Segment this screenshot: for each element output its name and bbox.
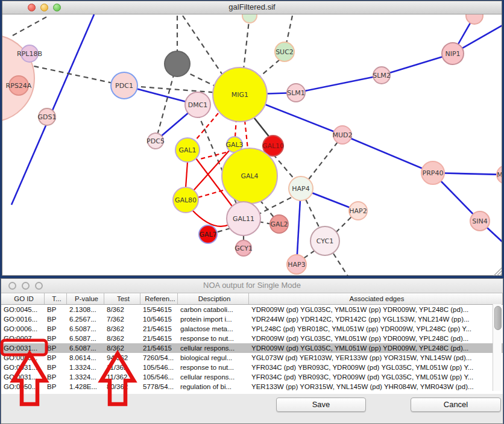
table-cell-test: 11/362 — [104, 363, 140, 372]
graph-window-titlebar[interactable]: galFiltered.sif — [2, 1, 502, 14]
column-header-edges[interactable]: Associated edges — [249, 293, 503, 304]
graph-edge[interactable] — [286, 16, 292, 43]
table-cell-type: BP — [45, 382, 67, 391]
graph-node-label-HAP3: HAP3 — [288, 261, 305, 269]
table-cell-reference: 21/54615 — [140, 343, 178, 353]
table-cell-type: BP — [45, 324, 67, 334]
table-cell-p_value: 6.5087... — [67, 334, 104, 343]
column-header-go_id[interactable]: GO ID — [1, 293, 45, 304]
graph-edge[interactable] — [333, 254, 348, 276]
graph-node-label-SIN4: SIN4 — [472, 217, 487, 225]
table-cell-type: BP — [45, 343, 67, 353]
table-cell-test: 8/362 — [104, 334, 140, 343]
column-header-p_value[interactable]: P-value — [67, 293, 104, 304]
table-row[interactable]: GO:0007...BP6.5087...8/36221/54615respon… — [1, 334, 503, 343]
table-row[interactable]: GO:0016...BP6.2567...7/36210/54615protei… — [1, 314, 503, 324]
table-cell-description: galactose meta... — [178, 324, 249, 334]
table-row[interactable]: GO:0050...BP1.428E...80/3625778/54...reg… — [1, 382, 503, 391]
column-header-reference[interactable]: Referen... — [140, 293, 178, 304]
cancel-button[interactable]: Cancel — [411, 398, 501, 412]
edge-layer — [7, 14, 502, 276]
table-cell-go_id: GO:0031... — [1, 343, 45, 353]
graph-node-label-CYC1: CYC1 — [317, 237, 333, 245]
graph-node-label-PDC1: PDC1 — [115, 82, 133, 90]
table-cell-go_id: GO:0016... — [1, 314, 45, 324]
table-row[interactable]: GO:0031...BP6.5087...8/36221/54615cellul… — [1, 343, 503, 353]
graph-node-label-MUD2: MUD2 — [332, 131, 352, 139]
table-cell-type: BP — [45, 353, 67, 363]
noa-window-title: NOA output for Single Mode — [1, 281, 503, 290]
table-cell-edges: YDR009W (pd) YGL035C, YML051W (pp) YDR00… — [249, 343, 503, 353]
save-button[interactable]: Save — [276, 398, 366, 412]
table-cell-p_value: 1.3324... — [67, 372, 104, 382]
table-row[interactable]: GO:0045...BP2.1308...8/36215/54615carbon… — [1, 305, 503, 314]
table-row[interactable]: GO:0006...BP6.5087...8/36221/54615galact… — [1, 324, 503, 334]
graph-node-label-HAP4: HAP4 — [292, 185, 309, 193]
scrollbar-thumb[interactable] — [494, 306, 502, 330]
graph-edge[interactable] — [254, 117, 270, 138]
graph-edge[interactable] — [192, 210, 229, 226]
table-cell-type: BP — [45, 363, 67, 372]
graph-node-topcut1[interactable] — [242, 14, 257, 23]
table-row[interactable]: GO:0031...BP1.3324...11/362105/546...cel… — [1, 372, 503, 382]
table-header: GO IDT...P-valueTestReferen...Desciption… — [1, 293, 503, 305]
table-cell-description: biological regul... — [178, 353, 249, 363]
graph-node-label-MSL1: MSL1 — [497, 171, 502, 179]
table-cell-p_value: 1.3324... — [67, 363, 104, 372]
noa-window-titlebar[interactable]: NOA output for Single Mode — [1, 279, 503, 293]
graph-node-dark-node[interactable] — [165, 51, 190, 76]
graph-edge[interactable] — [244, 16, 250, 69]
table-cell-edges: YDR009W (pd) YGL035C, YML051W (pp) YDR00… — [249, 334, 503, 343]
table-cell-description: protein import i... — [178, 314, 249, 324]
network-canvas[interactable]: RPL18BRPS24AGDS1PDC1DMC1MIG1SUC2SLM1SLM2… — [2, 14, 502, 276]
graph-edge[interactable] — [183, 70, 216, 87]
table-cell-edges: YGL073W (pd) YER103W, YER133W (pp) YOR31… — [249, 353, 503, 363]
graph-node-label-PRP40: PRP40 — [423, 169, 444, 177]
graph-edge[interactable] — [336, 216, 353, 232]
graph-edge[interactable] — [13, 16, 49, 36]
graph-window: galFiltered.sif RPL18BRPS24AGDS1PDC1DMC1… — [2, 1, 502, 276]
table-row[interactable]: GO:0031...BP1.3324...11/362105/546...res… — [1, 363, 503, 372]
table-cell-p_value: 6.5087... — [67, 324, 104, 334]
graph-edge[interactable] — [342, 135, 433, 173]
table-cell-go_id: GO:0050... — [1, 382, 45, 391]
graph-node-label-RPL18B: RPL18B — [17, 50, 42, 58]
graph-edge[interactable] — [306, 199, 320, 229]
table-empty-area — [1, 391, 503, 394]
table-cell-test: 80/362 — [104, 382, 140, 391]
graph-edge[interactable] — [303, 251, 315, 259]
table-cell-description: response to nut... — [178, 363, 249, 372]
graph-edge[interactable] — [198, 190, 223, 198]
table-cell-reference: 5778/54... — [140, 382, 178, 391]
graph-edge[interactable] — [260, 60, 280, 76]
graph-node-label-HAP2: HAP2 — [349, 207, 367, 215]
table-cell-go_id: GO:0065... — [1, 353, 45, 363]
table-cell-description: cellular respons... — [178, 343, 249, 353]
table-cell-edges: YER133W (pp) YOR315W, YNL145W (pd) YHR08… — [249, 382, 503, 391]
graph-node-label-GAL3: GAL3 — [225, 141, 243, 149]
graph-edge[interactable] — [157, 73, 174, 135]
table-cell-description: carbon cataboli... — [178, 305, 249, 314]
graph-edge[interactable] — [216, 228, 230, 232]
column-header-test[interactable]: Test — [104, 293, 140, 304]
table-row[interactable]: GO:0065...BP8.0614...94/3627260/54...bio… — [1, 353, 503, 363]
graph-edge[interactable] — [306, 142, 338, 183]
graph-edge[interactable] — [11, 14, 94, 205]
table-scrollbar[interactable] — [493, 304, 502, 391]
graph-node-label-GAL80: GAL80 — [175, 196, 197, 204]
table-cell-go_id: GO:0045... — [1, 305, 45, 314]
graph-edge[interactable] — [186, 162, 187, 188]
table-cell-test: 7/362 — [104, 314, 140, 324]
table-body: GO:0045...BP2.1308...8/36215/54615carbon… — [1, 305, 503, 391]
column-header-description[interactable]: Desciption — [178, 293, 249, 304]
graph-edge[interactable] — [296, 75, 382, 93]
graph-node-label-RPS24A: RPS24A — [6, 82, 32, 90]
table-cell-go_id: GO:0006... — [1, 324, 45, 334]
graph-edge[interactable] — [245, 120, 248, 149]
table-cell-edges: YFR034C (pd) YBR093C, YDR009W (pd) YGL03… — [249, 372, 503, 382]
graph-node-label-SLM1: SLM1 — [287, 89, 305, 97]
graph-node-topcut2[interactable] — [466, 14, 483, 24]
resize-grip-icon[interactable] — [494, 267, 502, 276]
table-cell-edges: YFR034C (pd) YBR093C, YDR009W (pd) YGL03… — [249, 363, 503, 372]
column-header-type[interactable]: T... — [45, 293, 67, 304]
